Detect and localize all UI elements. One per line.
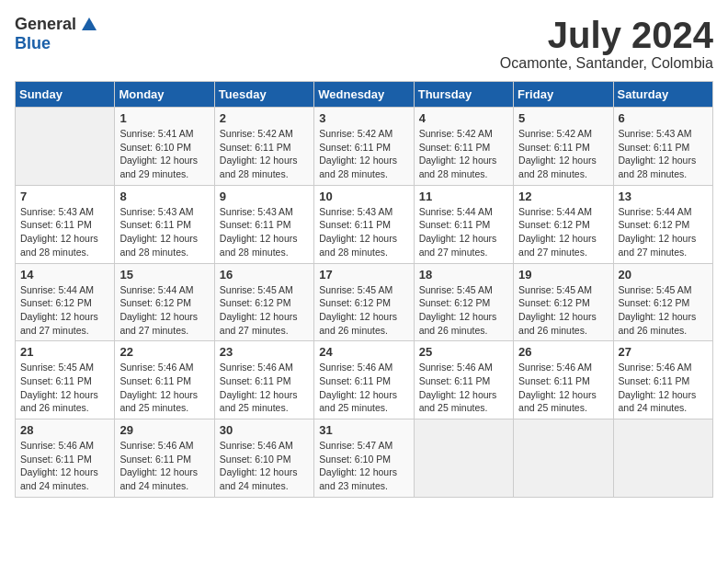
col-header-friday: Friday (514, 82, 613, 108)
day-number: 13 (619, 190, 708, 203)
col-header-thursday: Thursday (414, 82, 513, 108)
day-number: 5 (518, 111, 608, 125)
day-info: Sunrise: 5:46 AM Sunset: 6:11 PM Dayligh… (619, 361, 708, 415)
logo: General Blue (15, 15, 98, 53)
day-number: 26 (518, 345, 608, 359)
calendar-cell (613, 419, 712, 498)
calendar-cell: 29Sunrise: 5:46 AM Sunset: 6:11 PM Dayli… (115, 419, 214, 498)
day-info: Sunrise: 5:46 AM Sunset: 6:11 PM Dayligh… (419, 361, 508, 415)
day-number: 9 (220, 190, 309, 203)
calendar-cell: 18Sunrise: 5:45 AM Sunset: 6:12 PM Dayli… (414, 263, 513, 341)
day-number: 31 (319, 423, 408, 437)
day-number: 7 (20, 190, 109, 203)
col-header-monday: Monday (115, 82, 214, 108)
day-number: 3 (319, 111, 408, 125)
calendar-cell: 15Sunrise: 5:44 AM Sunset: 6:12 PM Dayli… (115, 263, 214, 341)
calendar-header-row: SundayMondayTuesdayWednesdayThursdayFrid… (16, 82, 713, 108)
day-number: 28 (20, 423, 109, 437)
day-info: Sunrise: 5:46 AM Sunset: 6:11 PM Dayligh… (20, 439, 109, 493)
day-info: Sunrise: 5:44 AM Sunset: 6:12 PM Dayligh… (20, 283, 109, 338)
day-info: Sunrise: 5:43 AM Sunset: 6:11 PM Dayligh… (619, 127, 708, 181)
day-info: Sunrise: 5:45 AM Sunset: 6:12 PM Dayligh… (419, 283, 508, 338)
day-number: 15 (119, 268, 209, 282)
day-info: Sunrise: 5:45 AM Sunset: 6:11 PM Dayligh… (20, 361, 109, 415)
calendar-cell: 3Sunrise: 5:42 AM Sunset: 6:11 PM Daylig… (314, 108, 414, 186)
calendar-cell: 16Sunrise: 5:45 AM Sunset: 6:12 PM Dayli… (214, 263, 313, 341)
calendar-cell: 23Sunrise: 5:46 AM Sunset: 6:11 PM Dayli… (214, 341, 313, 419)
day-info: Sunrise: 5:44 AM Sunset: 6:12 PM Dayligh… (119, 283, 209, 338)
calendar-cell: 11Sunrise: 5:44 AM Sunset: 6:11 PM Dayli… (414, 185, 513, 263)
calendar-cell: 13Sunrise: 5:44 AM Sunset: 6:12 PM Dayli… (613, 185, 712, 263)
day-number: 22 (119, 345, 209, 359)
day-number: 25 (419, 345, 508, 359)
location-title: Ocamonte, Santander, Colombia (500, 55, 713, 72)
day-info: Sunrise: 5:46 AM Sunset: 6:11 PM Dayligh… (319, 361, 408, 415)
calendar-cell: 25Sunrise: 5:46 AM Sunset: 6:11 PM Dayli… (414, 341, 513, 419)
col-header-saturday: Saturday (613, 82, 712, 108)
day-info: Sunrise: 5:44 AM Sunset: 6:12 PM Dayligh… (518, 205, 608, 259)
calendar-cell: 26Sunrise: 5:46 AM Sunset: 6:11 PM Dayli… (514, 341, 613, 419)
day-number: 14 (20, 268, 109, 282)
calendar-week-row: 1Sunrise: 5:41 AM Sunset: 6:10 PM Daylig… (16, 108, 713, 186)
calendar-cell: 30Sunrise: 5:46 AM Sunset: 6:10 PM Dayli… (214, 419, 313, 498)
day-info: Sunrise: 5:43 AM Sunset: 6:11 PM Dayligh… (319, 205, 408, 259)
calendar-cell: 6Sunrise: 5:43 AM Sunset: 6:11 PM Daylig… (613, 108, 712, 186)
day-number: 11 (419, 190, 508, 203)
day-number: 10 (319, 190, 408, 203)
page-header: General Blue July 2024 Ocamonte, Santand… (15, 15, 713, 72)
day-number: 6 (619, 111, 708, 125)
day-number: 4 (419, 111, 508, 125)
calendar-week-row: 7Sunrise: 5:43 AM Sunset: 6:11 PM Daylig… (16, 185, 713, 263)
calendar-cell: 24Sunrise: 5:46 AM Sunset: 6:11 PM Dayli… (314, 341, 414, 419)
calendar-cell: 1Sunrise: 5:41 AM Sunset: 6:10 PM Daylig… (115, 108, 214, 186)
calendar-cell: 20Sunrise: 5:45 AM Sunset: 6:12 PM Dayli… (613, 263, 712, 341)
day-info: Sunrise: 5:46 AM Sunset: 6:11 PM Dayligh… (220, 361, 309, 415)
day-info: Sunrise: 5:44 AM Sunset: 6:12 PM Dayligh… (619, 205, 708, 259)
calendar-cell (514, 419, 613, 498)
day-number: 17 (319, 268, 408, 282)
col-header-sunday: Sunday (16, 82, 115, 108)
calendar-cell: 19Sunrise: 5:45 AM Sunset: 6:12 PM Dayli… (514, 263, 613, 341)
day-info: Sunrise: 5:46 AM Sunset: 6:11 PM Dayligh… (119, 361, 209, 415)
col-header-tuesday: Tuesday (214, 82, 313, 108)
calendar-cell: 8Sunrise: 5:43 AM Sunset: 6:11 PM Daylig… (115, 185, 214, 263)
calendar-cell: 5Sunrise: 5:42 AM Sunset: 6:11 PM Daylig… (514, 108, 613, 186)
calendar-table: SundayMondayTuesdayWednesdayThursdayFrid… (15, 81, 713, 498)
day-info: Sunrise: 5:42 AM Sunset: 6:11 PM Dayligh… (518, 127, 608, 181)
calendar-cell: 4Sunrise: 5:42 AM Sunset: 6:11 PM Daylig… (414, 108, 513, 186)
day-number: 18 (419, 268, 508, 282)
day-number: 24 (319, 345, 408, 359)
calendar-cell (16, 108, 115, 186)
day-info: Sunrise: 5:43 AM Sunset: 6:11 PM Dayligh… (20, 205, 109, 259)
day-number: 2 (220, 111, 309, 125)
day-info: Sunrise: 5:47 AM Sunset: 6:10 PM Dayligh… (319, 439, 408, 493)
calendar-cell: 21Sunrise: 5:45 AM Sunset: 6:11 PM Dayli… (16, 341, 115, 419)
day-number: 29 (119, 423, 209, 437)
month-title: July 2024 (500, 15, 713, 55)
calendar-cell: 12Sunrise: 5:44 AM Sunset: 6:12 PM Dayli… (514, 185, 613, 263)
day-info: Sunrise: 5:44 AM Sunset: 6:11 PM Dayligh… (419, 205, 508, 259)
calendar-cell (414, 419, 513, 498)
day-info: Sunrise: 5:45 AM Sunset: 6:12 PM Dayligh… (319, 283, 408, 338)
day-number: 12 (518, 190, 608, 203)
calendar-week-row: 28Sunrise: 5:46 AM Sunset: 6:11 PM Dayli… (16, 419, 713, 498)
day-number: 27 (619, 345, 708, 359)
calendar-cell: 22Sunrise: 5:46 AM Sunset: 6:11 PM Dayli… (115, 341, 214, 419)
calendar-cell: 14Sunrise: 5:44 AM Sunset: 6:12 PM Dayli… (16, 263, 115, 341)
calendar-cell: 27Sunrise: 5:46 AM Sunset: 6:11 PM Dayli… (613, 341, 712, 419)
calendar-cell: 31Sunrise: 5:47 AM Sunset: 6:10 PM Dayli… (314, 419, 414, 498)
calendar-cell: 10Sunrise: 5:43 AM Sunset: 6:11 PM Dayli… (314, 185, 414, 263)
day-info: Sunrise: 5:46 AM Sunset: 6:11 PM Dayligh… (119, 439, 209, 493)
day-info: Sunrise: 5:45 AM Sunset: 6:12 PM Dayligh… (518, 283, 608, 338)
day-info: Sunrise: 5:46 AM Sunset: 6:11 PM Dayligh… (518, 361, 608, 415)
day-number: 23 (220, 345, 309, 359)
logo-blue-text: Blue (15, 34, 51, 53)
calendar-cell: 9Sunrise: 5:43 AM Sunset: 6:11 PM Daylig… (214, 185, 313, 263)
day-info: Sunrise: 5:42 AM Sunset: 6:11 PM Dayligh… (419, 127, 508, 181)
day-info: Sunrise: 5:45 AM Sunset: 6:12 PM Dayligh… (619, 283, 708, 338)
day-info: Sunrise: 5:43 AM Sunset: 6:11 PM Dayligh… (119, 205, 209, 259)
day-number: 20 (619, 268, 708, 282)
day-info: Sunrise: 5:43 AM Sunset: 6:11 PM Dayligh… (220, 205, 309, 259)
svg-marker-0 (82, 17, 97, 30)
title-block: July 2024 Ocamonte, Santander, Colombia (500, 15, 713, 72)
